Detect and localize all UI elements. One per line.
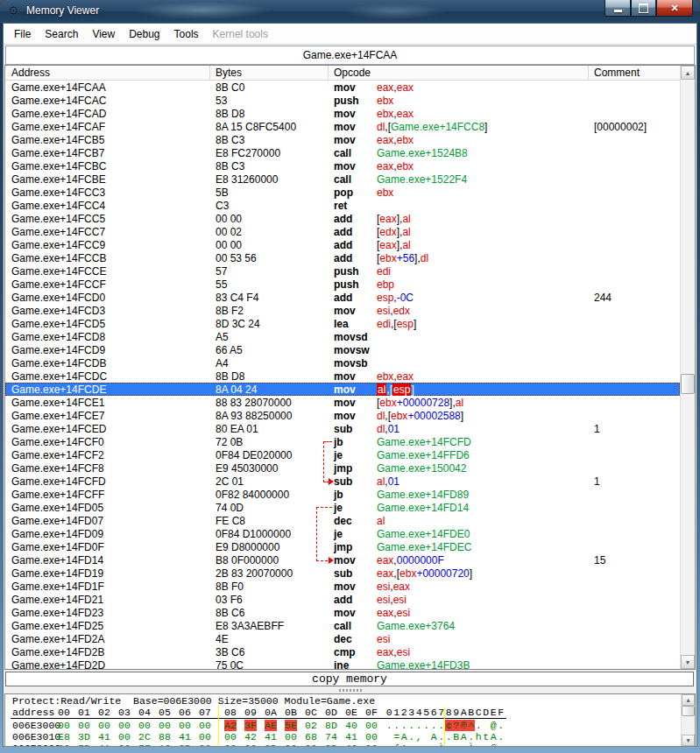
ascii-char[interactable]: A [400,742,408,747]
disasm-row[interactable]: Game.exe+14FCBC8B C3moveax,ebx [5,159,680,172]
hex-byte[interactable]: 2C [138,731,151,742]
hex-byte[interactable]: 41 [345,731,357,742]
disasm-row[interactable]: Game.exe+14FCB58B C3moveax,ebx [5,133,680,146]
hex-byte[interactable]: 00 [365,720,378,731]
disasm-row[interactable]: Game.exe+14FCCB00 53 56add[ebx+56],dl [5,251,680,264]
hex-byte[interactable]: 8B [179,742,191,747]
disasm-row[interactable]: Game.exe+14FCFF0F82 84000000jbGame.exe+1… [5,488,680,501]
menu-tools[interactable]: Tools [167,25,206,43]
hex-byte[interactable]: 41 [179,731,191,742]
disasm-row[interactable]: Game.exe+14FCB7E8 FC270000callGame.exe+1… [5,146,680,159]
ascii-char[interactable]: . [415,720,423,731]
ascii-char[interactable]: A [490,731,498,742]
ascii-char[interactable]: . [408,731,416,742]
disasm-row[interactable]: Game.exe+14FCD966 A5movsw [5,343,680,356]
disasm-row[interactable]: Game.exe+14FCD083 C4 F4addesp,-0C244 [5,291,680,304]
disasm-row[interactable]: Game.exe+14FCDC8B D8movebx,eax [5,369,680,383]
hex-byte[interactable]: E8 [58,731,70,742]
ascii-char[interactable]: A [460,731,468,742]
disasm-row[interactable]: Game.exe+14FCD8A5movsd [5,330,680,343]
hex-byte[interactable]: AE [265,720,277,731]
ascii-char[interactable]: { [393,742,401,747]
hex-byte[interactable]: 41 [98,742,110,747]
hex-byte[interactable]: 40 [345,720,357,731]
hex-byte[interactable]: 00 [305,742,317,747]
disasm-row[interactable]: Game.exe+14FD192B 83 20070000subeax,[ebx… [5,567,680,580]
hex-byte[interactable]: 12 [159,742,171,747]
ascii-char[interactable]: A [400,731,408,742]
menu-search[interactable]: Search [38,25,85,43]
ascii-char[interactable]: . [393,720,401,731]
ascii-char[interactable]: . [498,731,506,742]
disasm-row[interactable]: Game.exe+14FD090F84 D1000000jeGame.exe+1… [5,527,680,540]
scroll-down-arrow[interactable]: ▼ [682,735,695,746]
hex-byte[interactable]: 00 [224,731,237,742]
hex-byte[interactable]: 3D [78,731,90,742]
close-button[interactable]: ✕ [656,0,693,17]
ascii-char[interactable]: B [453,731,461,742]
ascii-char[interactable]: . [498,720,506,731]
hex-byte[interactable]: 02 [224,742,237,747]
hex-byte[interactable]: 00 [199,720,211,731]
disasm-row[interactable]: Game.exe+14FCED80 EA 01subdl,011 [5,422,680,435]
ascii-char[interactable]: . [408,742,416,747]
hex-byte[interactable]: 00 [244,742,257,747]
ascii-char[interactable]: . [475,742,483,747]
disasm-row[interactable]: Game.exe+14FD2B3B C6cmpeax,esi [5,645,680,658]
disasm-row[interactable]: Game.exe+14FCC900 00add[eax],al [5,238,680,251]
hexview-scrollbar[interactable]: ▲ ▼ [681,694,695,746]
ascii-char[interactable]: . [408,720,416,731]
hex-byte[interactable]: 00 [365,731,378,742]
hex-byte[interactable]: 00 [138,720,151,731]
hex-byte[interactable]: 00 [118,742,131,747]
scrollbar-thumb[interactable] [682,706,695,716]
hex-byte[interactable]: C0 [199,742,211,747]
disasm-row[interactable]: Game.exe+14FCD58D 3C 24leaedi,[esp] [5,317,680,330]
disasm-row[interactable]: Game.exe+14FCC4C3ret [5,199,680,212]
disasm-row[interactable]: Game.exe+14FCE78A 93 88250000movdl,[ebx+… [5,409,680,422]
hex-byte[interactable]: 00 [199,731,211,742]
ascii-char[interactable]: , [415,731,423,742]
hex-byte[interactable]: 8B [265,742,277,747]
ascii-char[interactable]: @ [490,720,498,731]
disassembly-scrollbar[interactable]: ▲ ▼ [680,66,695,669]
ascii-char[interactable]: w [415,742,423,747]
scrollbar-thumb[interactable] [681,374,695,394]
hex-byte[interactable]: 3F [244,720,257,731]
disasm-row[interactable]: Game.exe+14FD2103 F6addesi,esi [5,593,680,606]
ascii-char[interactable]: t [483,731,491,742]
hex-byte[interactable]: 00 [159,720,171,731]
hex-byte[interactable]: 00 [98,720,110,731]
menu-view[interactable]: View [85,25,122,43]
hex-byte[interactable]: 00 [118,731,131,742]
menu-debug[interactable]: Debug [122,25,166,43]
copy-memory-button[interactable]: copy memory [5,672,694,686]
ascii-char[interactable]: A [430,731,438,742]
disasm-row[interactable]: Game.exe+14FCF20F84 DE020000jeGame.exe+1… [5,448,680,461]
hex-byte[interactable]: 41 [98,731,110,742]
scroll-up-arrow[interactable]: ▲ [681,66,695,80]
column-divider[interactable] [328,66,329,80]
hex-byte[interactable]: 68 [305,731,317,742]
scroll-down-arrow[interactable]: ▼ [681,655,695,669]
ascii-char[interactable]: h [475,731,483,742]
ascii-char[interactable]: ^ [468,720,476,731]
disasm-row[interactable]: Game.exe+14FCAD8B D8movebx,eax [5,107,680,120]
ascii-char[interactable]: ? [453,720,461,731]
ascii-char[interactable]: . [385,720,393,731]
hex-byte[interactable]: 00 [365,742,378,747]
ascii-char[interactable]: ¢ [445,720,453,731]
ascii-char[interactable]: . [445,731,453,742]
ascii-char[interactable]: . [438,720,446,731]
disasm-row[interactable]: Game.exe+14FCDBA4movsb [5,356,680,369]
hex-byte[interactable]: 00 [179,720,191,731]
ascii-char[interactable]: . [438,731,446,742]
hex-byte[interactable]: 41 [265,731,277,742]
hex-byte[interactable]: 00 [78,720,90,731]
hex-byte[interactable]: 5E [285,720,297,731]
disasm-row[interactable]: Game.exe+14FCC35Bpopebx [5,186,680,199]
disasm-row[interactable]: Game.exe+14FCCE57pushedi [5,264,680,278]
hex-byte[interactable]: 77 [138,742,151,747]
hex-byte[interactable]: 00 [285,731,297,742]
hex-byte[interactable]: 40 [345,742,357,747]
